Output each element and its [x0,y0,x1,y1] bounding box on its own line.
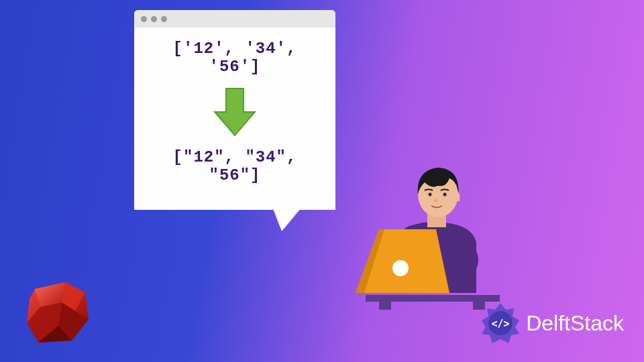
person-at-laptop-illustration [345,162,520,312]
code-after: ["12", "34", "56"] [144,148,326,184]
code-before: ['12', '34', '56'] [144,40,326,76]
delftstack-emblem-icon: </> [478,300,523,346]
svg-point-7 [392,260,409,276]
svg-point-5 [429,193,432,196]
code-window: ['12', '34', '56'] ["12", "34", "56"] [134,10,335,210]
window-dot [161,16,167,22]
svg-text:</>: </> [492,318,510,330]
down-arrow-icon [144,85,326,139]
window-dot [151,16,157,22]
brand-text: DelftStack [526,311,624,336]
window-content: ['12', '34', '56'] ["12", "34", "56"] [134,27,335,210]
delftstack-brand: </> DelftStack [478,300,624,346]
ruby-logo-icon [21,279,95,349]
window-dot [141,16,147,22]
svg-rect-1 [379,302,391,310]
svg-point-6 [443,193,447,196]
speech-bubble-tail [272,207,302,231]
window-title-bar [134,10,335,27]
